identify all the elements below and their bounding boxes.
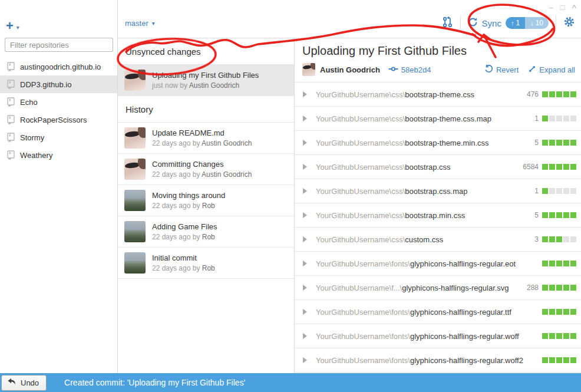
diff-block-added: [556, 285, 562, 291]
changed-file-row[interactable]: YourGithubUsername\css\custom.css 3: [295, 228, 581, 252]
repo-icon: [7, 62, 15, 71]
ahead-badge: ↑ 1: [506, 17, 525, 29]
revert-button[interactable]: Revert: [484, 64, 519, 75]
diff-block-added: [563, 140, 569, 146]
diff-block-neutral: [570, 236, 576, 242]
commit-title: Uploading my First Github Files: [302, 44, 575, 58]
expand-all-button[interactable]: Expand all: [528, 65, 575, 75]
sidebar-repository-item[interactable]: RockPaperScissors: [0, 111, 117, 129]
changed-file-row[interactable]: YourGithubUsername\css\bootstrap-theme.c…: [295, 107, 581, 131]
diff-blocks: [542, 285, 576, 291]
changed-file-row[interactable]: YourGithubUsername\css\bootstrap.css.map…: [295, 179, 581, 203]
commit-item-title: Moving things around: [152, 191, 225, 200]
disclosure-triangle-icon[interactable]: [303, 357, 307, 363]
diff-block-neutral: [563, 116, 569, 121]
commit-list-item[interactable]: Moving things around 22 days ago by Rob: [118, 185, 294, 216]
diff-block-added: [542, 357, 548, 363]
unsynced-commit-list: Uploading my First Github Files just now…: [118, 65, 294, 96]
sidebar-repository-item[interactable]: Weathery: [0, 146, 117, 164]
changed-file-row[interactable]: YourGithubUsername\fonts\glyphicons-half…: [295, 252, 581, 276]
diff-block-added: [549, 91, 555, 97]
branch-name: master: [125, 19, 148, 28]
commit-item-title: Adding Game Files: [152, 222, 217, 231]
sidebar-repository-item[interactable]: Echo: [0, 93, 117, 111]
changed-file-row[interactable]: YourGithubUsername\fonts\glyphicons-half…: [295, 324, 581, 348]
diff-block-added: [563, 357, 569, 363]
diff-block-added: [542, 164, 548, 170]
plus-icon: +: [6, 20, 14, 32]
commit-item-meta: 22 days ago by Rob: [152, 233, 217, 241]
changed-file-row[interactable]: YourGithubUsername\css\bootstrap-theme.c…: [295, 83, 581, 107]
behind-count: 10: [536, 19, 543, 27]
disclosure-triangle-icon[interactable]: [303, 333, 307, 339]
diff-blocks: [542, 357, 576, 363]
repository-name: Weathery: [20, 151, 52, 160]
arrow-down-icon: ↓: [530, 19, 534, 27]
disclosure-triangle-icon[interactable]: [303, 236, 307, 242]
branch-selector[interactable]: master ▾: [125, 19, 155, 28]
diff-block-added: [556, 309, 562, 315]
commit-sha: 58eb2d4: [401, 65, 431, 74]
disclosure-triangle-icon[interactable]: [303, 285, 307, 291]
disclosure-triangle-icon[interactable]: [303, 164, 307, 170]
disclosure-triangle-icon[interactable]: [303, 116, 307, 121]
commit-list-item[interactable]: Update README.md 22 days ago by Austin G…: [118, 123, 294, 154]
diff-blocks: [542, 261, 576, 266]
filter-repositories-input[interactable]: [5, 38, 113, 52]
avatar: [124, 221, 146, 242]
disclosure-triangle-icon[interactable]: [303, 261, 307, 266]
changed-file-row[interactable]: YourGithubUsername\css\bootstrap.min.css…: [295, 203, 581, 228]
arrow-up-icon: ↑: [511, 19, 514, 27]
sidebar-repository-item[interactable]: Stormy: [0, 129, 117, 146]
maximize-button[interactable]: □: [560, 4, 565, 12]
diff-block-added: [563, 261, 569, 266]
diff-block-added: [556, 91, 562, 97]
sidebar-repository-item[interactable]: austingoodrich.github.io: [0, 58, 117, 75]
avatar: [124, 252, 146, 274]
commit-list-item[interactable]: Adding Game Files 22 days ago by Rob: [118, 216, 294, 248]
diff-blocks: [542, 164, 576, 170]
diff-block-added: [563, 285, 569, 291]
disclosure-triangle-icon[interactable]: [303, 212, 307, 218]
commit-item-title: Initial commit: [152, 253, 215, 262]
diff-block-added: [549, 333, 555, 339]
collapse-icon[interactable]: ^: [572, 4, 576, 12]
commit-item-meta: just now by Austin Goodrich: [152, 81, 259, 90]
add-repository-button[interactable]: + ▾: [0, 0, 117, 34]
diff-block-added: [563, 91, 569, 97]
diff-block-added: [542, 91, 548, 97]
diff-block-added: [570, 309, 576, 315]
changed-file-row[interactable]: YourGithubUsername\css\bootstrap-theme.m…: [295, 131, 581, 155]
settings-button[interactable]: [563, 16, 575, 30]
disclosure-triangle-icon[interactable]: [303, 188, 307, 194]
commit-list-item[interactable]: Initial commit 22 days ago by Rob: [118, 248, 294, 279]
undo-button[interactable]: Undo: [1, 375, 47, 391]
diff-block-added: [570, 164, 576, 170]
disclosure-triangle-icon[interactable]: [303, 309, 307, 315]
changed-file-row[interactable]: YourGithubUsername\f...\glyphicons-halfl…: [295, 276, 581, 300]
sidebar-repository-item[interactable]: DDP3.github.io: [0, 75, 117, 93]
file-path: YourGithubUsername\f...\glyphicons-halfl…: [316, 284, 509, 292]
file-path: YourGithubUsername\fonts\glyphicons-half…: [316, 332, 519, 341]
avatar: [124, 127, 146, 149]
file-path: YourGithubUsername\css\bootstrap-theme.m…: [316, 139, 489, 147]
repo-icon: [7, 150, 15, 160]
disclosure-triangle-icon[interactable]: [303, 140, 307, 146]
disclosure-triangle-icon[interactable]: [303, 91, 307, 97]
file-path: YourGithubUsername\css\bootstrap.css: [316, 163, 451, 172]
expand-all-icon: [528, 65, 536, 75]
top-toolbar: master ▾: [118, 0, 581, 38]
sync-button[interactable]: Sync ↑ 1 ↓ 10: [468, 17, 549, 29]
minimize-button[interactable]: –: [549, 4, 553, 12]
commit-sha-link[interactable]: 58eb2d4: [388, 65, 431, 74]
diff-block-added: [549, 236, 555, 242]
changed-file-row[interactable]: YourGithubUsername\fonts\glyphicons-half…: [295, 348, 581, 373]
commit-list-item[interactable]: Committing Changes 22 days ago by Austin…: [118, 154, 294, 185]
changed-file-row[interactable]: YourGithubUsername\css\bootstrap.css 658…: [295, 155, 581, 179]
diff-block-neutral: [570, 188, 576, 194]
commit-list-item[interactable]: Uploading my First Github Files just now…: [118, 65, 294, 96]
repo-icon: [7, 115, 15, 124]
diff-block-added: [556, 261, 562, 266]
pull-request-button[interactable]: [442, 17, 453, 30]
changed-file-row[interactable]: YourGithubUsername\fonts\glyphicons-half…: [295, 300, 581, 324]
